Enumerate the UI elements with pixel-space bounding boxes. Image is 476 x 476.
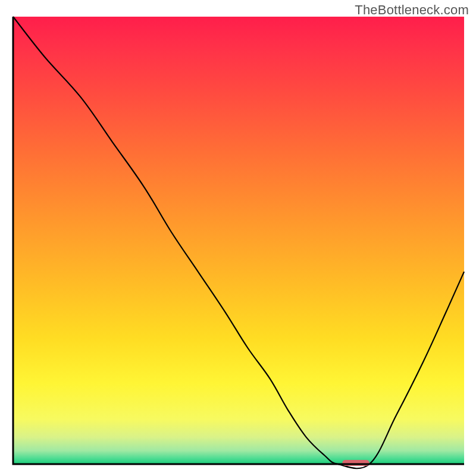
watermark-label: TheBottleneck.com — [355, 2, 469, 18]
bottleneck-chart — [0, 0, 476, 476]
chart-container: TheBottleneck.com — [0, 0, 476, 476]
plot-background — [13, 17, 464, 464]
